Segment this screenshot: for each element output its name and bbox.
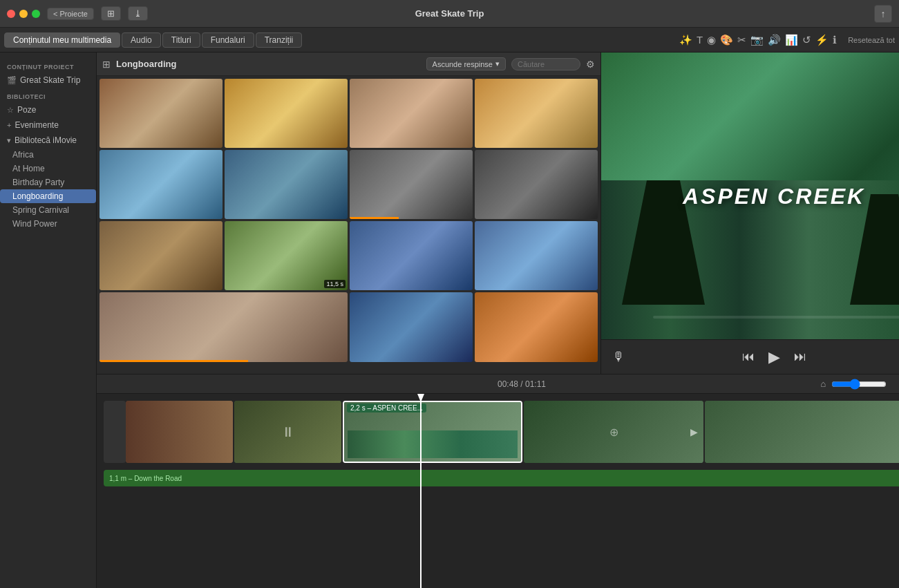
tab-audio[interactable]: Audio [122,32,161,48]
title-bar: < Proiecte ⊞ ⤓ Great Skate Trip ↑ [0,0,899,28]
toolbar-tabs: Conținutul meu multimedia Audio Titluri … [4,32,672,48]
reset-button[interactable]: Resetează tot [848,36,895,44]
thumbnail-13[interactable] [100,292,348,362]
ground-line [653,316,899,319]
thumbnail-11[interactable] [350,221,473,290]
search-input[interactable] [511,58,580,70]
sidebar-photos-label: Poze [17,105,36,115]
chart-icon[interactable]: 📊 [785,34,798,46]
tab-transitions[interactable]: Tranziții [256,32,303,48]
thumbnail-5[interactable] [100,150,223,219]
thumbnail-10[interactable]: 11,5 s [225,221,348,290]
browser-settings-button[interactable]: ⚙ [586,59,595,70]
grid-toggle-button[interactable]: ⊞ [102,59,111,70]
move-icon: ⊕ [609,426,618,439]
upper-area: ⊞ Longboarding Ascunde respinse ▾ ⚙ [97,53,899,374]
thumbnail-12[interactable] [475,221,598,290]
skip-back-button[interactable]: ⏮ [742,350,755,364]
crop-icon[interactable]: ✂ [737,34,746,46]
sidebar-item-spring-carnival[interactable]: Spring Carnival [0,203,96,217]
close-button[interactable] [7,10,15,18]
film-icon: 🎬 [7,76,17,85]
track-clip-2[interactable]: ⏸ [234,401,341,463]
preview-controls: 🎙 ⏮ ▶ ⏭ ⤢ [601,339,899,374]
import-button[interactable]: ⤓ [128,6,148,21]
microphone-icon: 🎙 [612,350,625,363]
undo-icon[interactable]: ↺ [802,34,811,46]
preview-title: ASPEN CREEK [683,183,865,209]
events-icon: + [7,121,11,129]
skip-back-icon: ⏮ [742,350,755,363]
play-button[interactable]: ▶ [768,348,780,366]
sidebar-item-photos[interactable]: ☆ Poze [0,102,96,117]
main-track: ⏸ 2,2 s – ASPEN CREE... ⊕ ▶ [97,394,899,470]
traffic-lights [7,10,40,18]
skip-forward-button[interactable]: ⏭ [794,350,806,364]
content-area: ⊞ Longboarding Ascunde respinse ▾ ⚙ [97,53,899,588]
thumbnail-6[interactable] [225,150,348,219]
share-button[interactable]: ↑ [874,5,892,23]
browser-grid: 11,5 s [97,76,600,374]
sidebar-item-at-home[interactable]: At Home [0,162,96,176]
magic-wand-icon[interactable]: ✨ [679,34,692,46]
volume-icon[interactable]: 🔊 [768,34,781,46]
camera-icon[interactable]: 📷 [750,34,764,46]
pause-icon: ⏸ [281,424,295,440]
tab-media[interactable]: Conținutul meu multimedia [4,32,120,48]
info-icon[interactable]: ℹ [833,34,837,46]
filter-button[interactable]: Ascunde respinse ▾ [426,57,506,70]
sidebar-item-birthday-party[interactable]: Birthday Party [0,176,96,189]
tab-titles[interactable]: Titluri [162,32,200,48]
clip-waveform [348,430,518,458]
timeline-tracks[interactable]: ⏸ 2,2 s – ASPEN CREE... ⊕ ▶ [97,394,899,588]
projects-button[interactable]: < Proiecte [47,8,94,20]
filter-label: Ascunde respinse [433,60,493,68]
thumbnail-8[interactable] [475,150,598,219]
track-clip-selected[interactable]: 2,2 s – ASPEN CREE... [343,401,522,463]
thumbnail-7[interactable] [350,150,473,219]
microphone-button[interactable]: 🎙 [612,350,625,364]
filter-icon[interactable]: ◉ [707,34,716,46]
sidebar-item-events[interactable]: + Evenimente [0,117,96,133]
main-area: CONȚINUT PROIECT 🎬 Great Skate Trip BIBL… [0,53,899,588]
selected-clip-label: 2,2 s – ASPEN CREE... [347,404,426,412]
media-browser: ⊞ Longboarding Ascunde respinse ▾ ⚙ [97,53,601,374]
grid-view-button[interactable]: ⊞ [101,6,121,21]
minimize-button[interactable] [19,10,28,18]
timeline-header: 00:48 / 01:11 ⌂ Configurări [97,374,899,394]
preview-area: ASPEN CREEK 🎙 ⏮ ▶ ⏭ ⤢ [601,53,899,374]
sidebar-events-label: Evenimente [15,120,58,130]
thumbnail-3[interactable] [350,79,473,148]
sidebar-library-label: Bibliotecă iMovie [15,135,77,145]
thumbnail-9[interactable] [100,221,223,290]
text-icon[interactable]: T [697,34,703,46]
thumbnail-1[interactable] [100,79,223,148]
thumbnail-14[interactable] [350,292,473,361]
preview-video[interactable]: ASPEN CREEK [601,53,899,339]
sidebar-project-label: Great Skate Trip [20,75,80,85]
track-clip-lead[interactable] [104,401,126,463]
browser-header: ⊞ Longboarding Ascunde respinse ▾ ⚙ [97,53,600,76]
zoom-slider[interactable] [831,379,887,390]
effects-icon[interactable]: ⚡ [815,34,829,46]
current-time: 00:48 [498,379,518,389]
track-clip-4[interactable]: ⊕ ▶ [524,401,703,463]
browser-title: Longboarding [116,59,421,69]
sidebar-item-africa[interactable]: Africa [0,148,96,162]
sidebar-item-project[interactable]: 🎬 Great Skate Trip [0,73,96,88]
color-icon[interactable]: 🎨 [720,34,733,46]
thumbnail-4[interactable] [475,79,598,148]
skip-forward-icon: ⏭ [794,350,806,363]
thumbnail-2[interactable] [225,79,348,148]
maximize-button[interactable] [32,10,40,18]
sidebar-item-wind-power[interactable]: Wind Power [0,217,96,231]
sidebar-item-imovie-library[interactable]: ▾ Bibliotecă iMovie [0,133,96,148]
track-clip-1[interactable] [126,401,233,463]
toolbar: Conținutul meu multimedia Audio Titluri … [0,28,899,53]
playhead [420,394,422,588]
tab-backgrounds[interactable]: Fundaluri [202,32,254,48]
sidebar-item-longboarding[interactable]: Longboarding [0,189,96,203]
thumbnail-15[interactable] [475,292,598,361]
window-title: Great Skate Trip [415,8,484,19]
track-clip-5[interactable] [705,401,899,463]
